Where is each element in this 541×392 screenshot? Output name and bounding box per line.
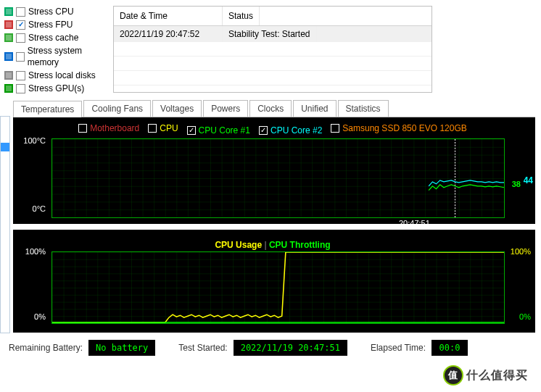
svg-rect-1 bbox=[6, 9, 12, 14]
tab-voltages[interactable]: Voltages bbox=[152, 100, 202, 117]
tab-statistics[interactable]: Statistics bbox=[338, 100, 389, 117]
y-left-top: 100% bbox=[25, 247, 46, 256]
option-label[interactable]: Stress cache bbox=[28, 32, 78, 43]
svg-rect-12 bbox=[52, 139, 504, 217]
legend-label: Samsung SSD 850 EVO 120GB bbox=[342, 123, 466, 133]
checkbox[interactable] bbox=[16, 7, 25, 17]
table-row[interactable] bbox=[114, 42, 431, 57]
checkbox[interactable] bbox=[16, 52, 25, 62]
svg-rect-14 bbox=[52, 252, 504, 323]
value-core2: 44 bbox=[524, 175, 533, 185]
stress-option-row: Stress system memory bbox=[4, 45, 106, 68]
legend-checkbox[interactable] bbox=[187, 126, 196, 135]
option-label[interactable]: Stress local disks bbox=[28, 70, 96, 81]
stress-option-row: Stress cache bbox=[4, 32, 106, 43]
option-label[interactable]: Stress FPU bbox=[28, 19, 73, 30]
sensor-tree-gutter[interactable] bbox=[0, 116, 10, 333]
stress-options-panel: Stress CPU✓Stress FPUStress cacheStress … bbox=[4, 3, 106, 96]
tab-cooling-fans[interactable]: Cooling Fans bbox=[83, 100, 151, 117]
started-label: Test Started: bbox=[178, 343, 227, 353]
watermark-badge-icon: 值 bbox=[443, 365, 463, 385]
usage-chart: CPU Usage | CPU Throttling 100% 0% 100% … bbox=[15, 231, 534, 331]
checkbox[interactable] bbox=[16, 71, 25, 80]
legend-label: Motherboard bbox=[90, 123, 139, 133]
option-icon bbox=[4, 52, 13, 61]
checkbox[interactable]: ✓ bbox=[16, 20, 25, 30]
table-row[interactable] bbox=[114, 71, 431, 86]
legend-label: CPU bbox=[160, 123, 178, 133]
option-icon bbox=[4, 84, 13, 93]
stress-option-row: Stress local disks bbox=[4, 70, 106, 81]
elapsed-label: Elapsed Time: bbox=[371, 343, 426, 353]
battery-label: Remaining Battery: bbox=[9, 343, 83, 353]
stress-option-row: Stress CPU bbox=[4, 6, 106, 17]
option-icon bbox=[4, 33, 13, 42]
svg-rect-5 bbox=[6, 35, 12, 41]
option-label[interactable]: Stress GPU(s) bbox=[28, 83, 84, 94]
col-header-datetime[interactable]: Date & Time bbox=[114, 7, 223, 25]
legend-label: CPU Core #2 bbox=[270, 125, 322, 135]
event-log-table: Date & Time Status 2022/11/19 20:47:52 S… bbox=[113, 6, 432, 93]
svg-rect-3 bbox=[6, 22, 12, 28]
tab-temperatures[interactable]: Temperatures bbox=[13, 101, 82, 117]
table-row[interactable] bbox=[114, 57, 431, 71]
cell-datetime: 2022/11/19 20:47:52 bbox=[114, 26, 223, 42]
stress-option-row: Stress GPU(s) bbox=[4, 83, 106, 94]
option-icon bbox=[4, 20, 13, 29]
option-icon bbox=[4, 71, 13, 80]
option-label[interactable]: Stress system memory bbox=[28, 45, 106, 68]
col-header-status[interactable]: Status bbox=[223, 7, 260, 25]
legend-checkbox[interactable] bbox=[331, 124, 339, 133]
option-label[interactable]: Stress CPU bbox=[28, 6, 74, 17]
y-right-bot: 0% bbox=[519, 312, 531, 321]
y-axis-bot: 0°C bbox=[33, 204, 46, 213]
status-bar: Remaining Battery: No battery Test Start… bbox=[0, 333, 541, 363]
cell-status: Stability Test: Started bbox=[223, 26, 317, 42]
legend-item[interactable]: CPU Core #2 bbox=[259, 125, 322, 135]
tab-powers[interactable]: Powers bbox=[203, 100, 248, 117]
checkbox[interactable] bbox=[16, 84, 25, 93]
legend-item[interactable]: Motherboard bbox=[78, 123, 139, 133]
y-axis-top: 100°C bbox=[23, 136, 46, 145]
checkbox[interactable] bbox=[16, 33, 25, 43]
temperature-grid[interactable] bbox=[51, 138, 505, 218]
watermark: 值 什么值得买 bbox=[443, 362, 537, 388]
legend-item[interactable]: Samsung SSD 850 EVO 120GB bbox=[331, 123, 466, 133]
tab-unified[interactable]: Unified bbox=[293, 100, 336, 117]
elapsed-value: 00:0 bbox=[431, 340, 468, 356]
temperature-chart: MotherboardCPUCPU Core #1CPU Core #2Sams… bbox=[15, 119, 534, 222]
legend-checkbox[interactable] bbox=[259, 126, 268, 135]
started-value: 2022/11/19 20:47:51 bbox=[234, 340, 347, 356]
usage-grid[interactable] bbox=[51, 251, 505, 324]
temperature-legend: MotherboardCPUCPU Core #1CPU Core #2Sams… bbox=[19, 123, 526, 135]
option-icon bbox=[4, 7, 13, 16]
legend-checkbox[interactable] bbox=[78, 124, 87, 133]
grid-svg bbox=[52, 252, 504, 323]
x-axis-marker: 20:47:51 bbox=[399, 219, 430, 228]
grid-svg bbox=[52, 139, 504, 217]
svg-rect-11 bbox=[6, 86, 12, 91]
legend-label: CPU Core #1 bbox=[199, 125, 250, 135]
chart-tabs: TemperaturesCooling FansVoltagesPowersCl… bbox=[13, 100, 541, 117]
legend-item[interactable]: CPU Core #1 bbox=[187, 125, 250, 135]
legend-checkbox[interactable] bbox=[148, 124, 157, 133]
svg-rect-9 bbox=[6, 72, 12, 78]
y-right-top: 100% bbox=[511, 247, 531, 256]
y-left-bot: 0% bbox=[34, 312, 46, 321]
battery-value: No battery bbox=[88, 340, 155, 356]
table-row[interactable]: 2022/11/19 20:47:52 Stability Test: Star… bbox=[114, 26, 431, 42]
value-core1: 38 bbox=[512, 180, 521, 188]
svg-rect-7 bbox=[6, 54, 12, 59]
stress-option-row: ✓Stress FPU bbox=[4, 19, 106, 30]
tab-clocks[interactable]: Clocks bbox=[249, 100, 292, 117]
usage-chart-title: CPU Usage | CPU Throttling bbox=[19, 240, 526, 250]
legend-item[interactable]: CPU bbox=[148, 123, 178, 133]
